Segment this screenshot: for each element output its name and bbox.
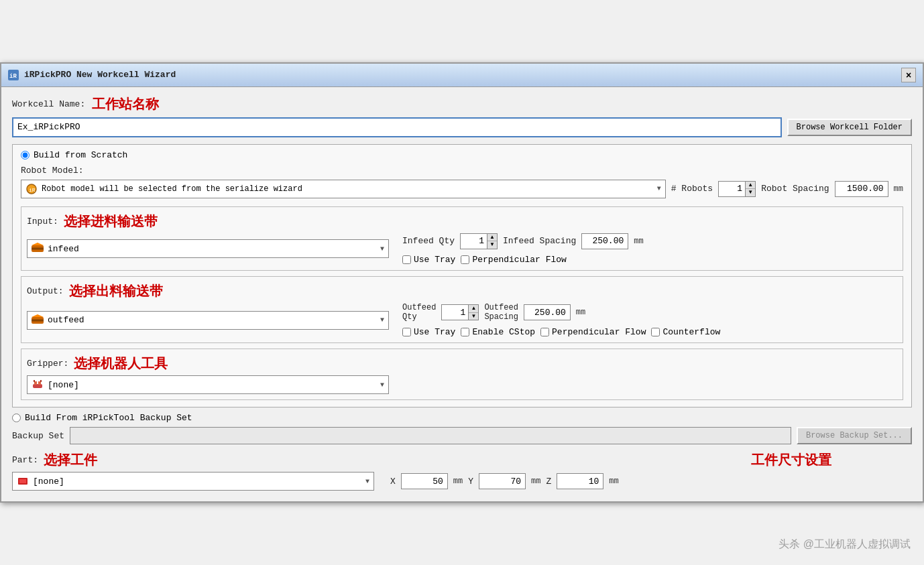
infeed-perpendicular-label[interactable]: Perpendicular Flow [461,255,566,265]
outfeed-qty-label: OutfeedQty [402,303,436,322]
outfeed-qty-down[interactable]: ▼ [469,313,478,320]
part-value: [none] [33,477,64,487]
outfeed-counterflow-label[interactable]: Counterflow [651,327,720,337]
infeed-perpendicular-text: Perpendicular Flow [472,255,566,265]
output-controls-row: outfeed ▼ OutfeedQty ▲ ▼ [27,303,897,338]
outfeed-dropdown[interactable]: outfeed ▼ [27,311,389,330]
outfeed-icon [32,314,44,326]
gripper-label-row: Gripper: 选择机器人工具 [27,355,897,373]
outfeed-perpendicular-checkbox[interactable] [540,328,549,336]
build-from-backup-radio[interactable]: Build From iRPickTool Backup Set [12,413,912,423]
build-from-backup-radio-input[interactable] [12,414,21,422]
build-from-scratch-radio[interactable]: Build from Scratch [21,150,903,160]
app-icon: iR [8,70,19,80]
outfeed-perpendicular-text: Perpendicular Flow [552,327,646,337]
outfeed-counterflow-checkbox[interactable] [651,328,660,336]
num-robots-down[interactable]: ▼ [746,189,755,196]
outfeed-enable-cstop-label[interactable]: Enable CStop [461,327,535,337]
outfeed-counterflow-text: Counterflow [662,327,720,337]
output-annotation: 选择出料输送带 [69,282,163,300]
gripper-icon [32,379,44,391]
num-robots-up[interactable]: ▲ [746,182,755,190]
gripper-section: Gripper: 选择机器人工具 [none] ▼ [21,349,903,400]
part-dropdown[interactable]: [none] ▼ [12,472,374,491]
gripper-dropdown[interactable]: [none] ▼ [27,375,389,394]
outfeed-perpendicular-label[interactable]: Perpendicular Flow [540,327,646,337]
num-robots-spinner-buttons: ▲ ▼ [745,181,756,197]
num-robots-spinner[interactable]: ▲ ▼ [718,181,756,197]
infeed-qty-down[interactable]: ▼ [487,241,497,249]
outfeed-enable-cstop-text: Enable CStop [472,327,535,337]
part-x-unit: mm [453,477,463,486]
num-robots-input[interactable] [718,181,745,197]
workcell-name-annotation: 工作站名称 [92,95,159,113]
infeed-dropdown[interactable]: infeed ▼ [27,239,389,258]
gripper-label: Gripper: [27,359,68,369]
outfeed-spacing-label: OutfeedSpacing [484,303,518,322]
workcell-name-row: Workcell Name: 工作站名称 [12,95,912,113]
infeed-spacing-unit: mm [634,237,643,246]
outfeed-use-tray-text: Use Tray [414,327,455,337]
infeed-qty-buttons: ▲ ▼ [487,233,498,249]
backup-set-row: Backup Set Browse Backup Set... [12,427,912,444]
input-label: Input: [27,216,58,227]
svg-marker-9 [32,314,44,317]
infeed-perpendicular-checkbox[interactable] [461,255,469,264]
part-dimensions-row: X mm Y mm Z mm [390,473,619,489]
backup-set-label: Backup Set [12,431,64,441]
workcell-input-row: Browse Workcell Folder [12,117,912,137]
outfeed-dropdown-arrow: ▼ [380,316,384,324]
outfeed-qty-input[interactable] [441,304,468,320]
infeed-use-tray-checkbox[interactable] [402,255,411,264]
part-x-input[interactable] [401,473,448,489]
part-icon [17,475,29,487]
outfeed-value: outfeed [48,315,84,325]
svg-marker-6 [32,243,44,245]
robot-model-dropdown[interactable]: iR Robot model will be selected from the… [21,180,666,198]
part-size-annotation: 工件尺寸设置 [751,451,831,469]
part-z-input[interactable] [557,473,603,489]
title-bar-left: iR iRPickPRO New Workcell Wizard [8,70,176,80]
infeed-qty-input[interactable] [460,233,487,249]
infeed-use-tray-label[interactable]: Use Tray [402,255,455,265]
infeed-qty-up[interactable]: ▲ [487,234,497,242]
robot-model-input-row: iR Robot model will be selected from the… [21,180,903,198]
browse-workcell-button[interactable]: Browse Workcell Folder [787,119,912,136]
outfeed-use-tray-label[interactable]: Use Tray [402,327,455,337]
workcell-name-label: Workcell Name: [12,99,85,109]
infeed-use-tray-text: Use Tray [414,255,455,265]
outfeed-use-tray-checkbox[interactable] [402,328,411,336]
window-body: Workcell Name: 工作站名称 Browse Workcell Fol… [1,87,923,502]
input-label-row: Input: 选择进料输送带 [27,212,897,231]
build-from-backup-label: Build From iRPickTool Backup Set [25,413,192,423]
output-label-row: Output: 选择出料输送带 [27,282,897,300]
browse-backup-button[interactable]: Browse Backup Set... [797,427,912,444]
workcell-name-input[interactable] [12,117,782,137]
robot-model-icon: iR [25,183,38,195]
build-from-scratch-radio-input[interactable] [21,151,30,160]
robot-model-arrow: ▼ [657,185,661,192]
outfeed-qty-row: OutfeedQty ▲ ▼ OutfeedSpacing mm [402,303,897,322]
part-y-unit: mm [531,477,540,486]
part-y-input[interactable] [479,473,526,489]
outfeed-spacing-input[interactable] [524,304,571,320]
infeed-dropdown-arrow: ▼ [380,245,384,253]
part-controls-row: [none] ▼ X mm Y mm Z mm [12,472,912,491]
svg-rect-16 [19,479,26,483]
outfeed-qty-spinner[interactable]: ▲ ▼ [441,304,479,320]
build-from-scratch-section: Build from Scratch Robot Model: iR Robot… [12,144,912,408]
watermark: 头杀 @工业机器人虚拟调试 [778,538,911,552]
outfeed-qty-up[interactable]: ▲ [469,305,478,313]
part-annotation: 选择工件 [44,451,97,469]
infeed-qty-spinner[interactable]: ▲ ▼ [460,233,498,249]
close-button[interactable]: × [901,68,916,82]
robot-model-row: Robot Model: [21,166,903,176]
infeed-qty-label: Infeed Qty [402,236,455,246]
gripper-dropdown-arrow: ▼ [380,381,384,389]
output-section: Output: 选择出料输送带 outfeed ▼ [21,276,903,344]
infeed-spacing-input[interactable] [581,233,628,249]
outfeed-enable-cstop-checkbox[interactable] [461,328,469,336]
backup-set-input[interactable] [70,427,791,444]
part-y-label: Y [468,477,473,487]
robot-spacing-input[interactable] [835,181,888,197]
